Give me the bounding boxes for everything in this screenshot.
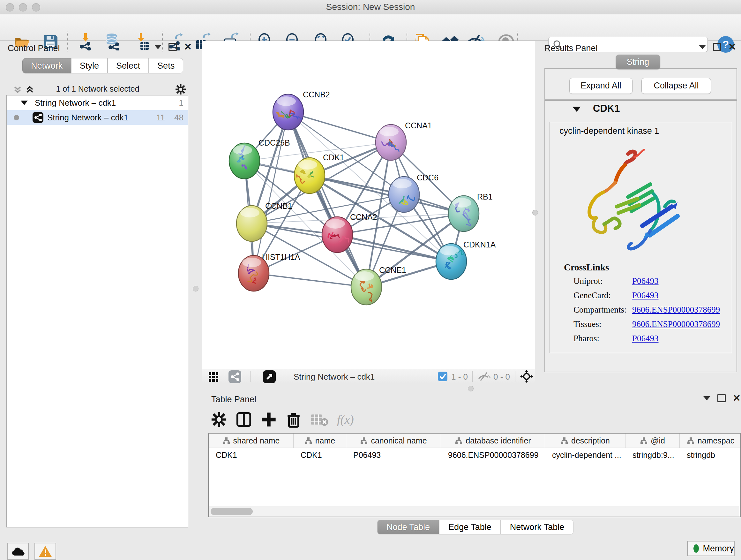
bottom-splitter-handle[interactable]	[468, 386, 474, 391]
column-label: database identifier	[466, 436, 531, 445]
node-CDC25B[interactable]	[229, 143, 260, 179]
tab-sets[interactable]: Sets	[149, 58, 183, 73]
edge-HIST1H1A-CCNE1[interactable]	[254, 273, 366, 287]
edge-CCNB2-CCNA1[interactable]	[288, 112, 391, 142]
network-overview-icon[interactable]	[228, 370, 241, 383]
collapse-all-button[interactable]: Collapse All	[642, 78, 711, 94]
edge-CCNB2-HIST1H1A[interactable]	[254, 112, 288, 273]
table-header-row: shared namenamecanonical namedatabase id…	[209, 434, 741, 448]
function-builder-icon: f(x)	[337, 413, 354, 427]
control-panel-tabs: NetworkStyleSelectSets	[22, 58, 183, 73]
column-header-canonical-name[interactable]: canonical name	[346, 434, 441, 448]
gene-description: cyclin-dependent kinase 1	[559, 126, 659, 136]
crosslink-link[interactable]: 9606.ENSP00000378699	[632, 305, 720, 315]
column-header-@id[interactable]: @id	[625, 434, 680, 448]
window-title: Session: New Session	[0, 0, 741, 14]
tab-node-table[interactable]: Node Table	[377, 520, 439, 535]
tab-select[interactable]: Select	[108, 58, 149, 73]
node-label-CDC6: CDC6	[417, 173, 439, 182]
warning-icon	[38, 545, 52, 557]
node-table[interactable]: shared namenamecanonical namedatabase id…	[208, 433, 741, 517]
collapse-entry-icon[interactable]	[572, 107, 581, 112]
column-type-icon	[455, 437, 462, 444]
float-panel-icon[interactable]	[169, 43, 177, 51]
table-cell[interactable]: 9606.ENSP00000378699	[441, 448, 545, 462]
node-CCNB1[interactable]	[237, 206, 267, 241]
right-splitter-handle[interactable]	[532, 210, 538, 215]
panel-menu-icon[interactable]	[154, 45, 161, 49]
table-cell[interactable]: CDK1	[209, 448, 293, 462]
table-options-gear-icon[interactable]	[211, 411, 227, 428]
table-cell[interactable]: cyclin-dependent ...	[545, 448, 625, 462]
table-row[interactable]: CDK1CDK1P064939606.ENSP00000378699cyclin…	[209, 448, 741, 462]
close-panel-icon[interactable]: ✕	[733, 394, 741, 402]
table-cell[interactable]: P06493	[346, 448, 441, 462]
memory-button[interactable]: Memory	[687, 541, 735, 556]
column-header-namespac[interactable]: namespac	[680, 434, 741, 448]
table-cell[interactable]: CDK1	[293, 448, 346, 462]
column-header-database-identifier[interactable]: database identifier	[441, 434, 545, 448]
warning-status-button[interactable]	[35, 543, 56, 560]
column-label: namespac	[697, 436, 734, 445]
network-canvas[interactable]: CCNB2CCNA1CDC25BCDK1CDC6RB1CCNB1CCNA2CDK…	[202, 41, 535, 369]
network-options-gear-icon[interactable]	[175, 84, 186, 95]
cloud-icon	[11, 547, 24, 556]
node-CCNA2[interactable]	[322, 217, 353, 253]
crosslink-label: GeneCard:	[574, 291, 611, 300]
delete-table-icon	[310, 411, 329, 428]
table-toolbar: f(x)	[211, 410, 354, 429]
column-label: canonical name	[371, 436, 427, 445]
goto-network-icon[interactable]	[263, 370, 276, 383]
tab-string[interactable]: String	[616, 55, 660, 69]
float-panel-icon[interactable]	[718, 394, 726, 402]
left-splitter-handle[interactable]	[193, 286, 199, 292]
node-CCNB2[interactable]	[273, 94, 304, 130]
table-cell[interactable]: stringdb	[680, 448, 741, 462]
delete-column-icon[interactable]	[285, 411, 302, 428]
panel-menu-icon[interactable]	[703, 396, 711, 400]
node-CDKN1A[interactable]	[436, 244, 467, 279]
expand-all-button[interactable]: Expand All	[569, 78, 632, 94]
close-panel-icon[interactable]: ✕	[728, 43, 736, 51]
crosslink-link[interactable]: P06493	[632, 291, 659, 300]
float-panel-icon[interactable]	[713, 43, 721, 51]
panel-menu-icon[interactable]	[699, 45, 706, 49]
column-header-description[interactable]: description	[545, 434, 625, 448]
node-CDC6[interactable]	[389, 177, 419, 212]
network-selection-status: 1 of 1 Network selected	[40, 84, 155, 94]
tab-network[interactable]: Network	[22, 58, 71, 73]
horizontal-scrollbar[interactable]	[209, 506, 739, 516]
collection-expand-icon[interactable]	[21, 101, 28, 105]
tab-edge-table[interactable]: Edge Table	[439, 520, 501, 535]
node-RB1[interactable]	[448, 196, 479, 232]
crosslink-link[interactable]: P06493	[632, 276, 659, 286]
selected-checkbox-icon[interactable]	[438, 372, 448, 381]
table-cell[interactable]: stringdb:9...	[625, 448, 680, 462]
grid-view-icon[interactable]	[208, 372, 221, 382]
pan-tool-icon[interactable]	[520, 370, 533, 383]
show-columns-icon[interactable]	[235, 411, 252, 428]
crosslink-link[interactable]: P06493	[632, 334, 659, 344]
collapse-all-chevron-icon[interactable]	[13, 85, 22, 95]
column-label: description	[571, 436, 610, 445]
column-header-shared-name[interactable]: shared name	[209, 434, 293, 448]
scrollbar-thumb[interactable]	[211, 508, 253, 515]
tab-network-table[interactable]: Network Table	[501, 520, 574, 535]
node-CCNA1[interactable]	[376, 125, 406, 160]
close-panel-icon[interactable]: ✕	[184, 43, 192, 51]
collection-label: String Network – cdk1	[35, 98, 116, 108]
table-panel-controls: ✕	[703, 393, 741, 403]
crosslink-link[interactable]: 9606.ENSP00000378699	[632, 319, 720, 329]
column-header-name[interactable]: name	[293, 434, 346, 448]
edge-CCNA2-CDKN1A[interactable]	[337, 235, 451, 261]
network-row[interactable]: String Network – cdk1 11 48	[7, 110, 188, 125]
crosslink-row: GeneCard:P06493	[550, 291, 732, 305]
column-label: name	[315, 436, 335, 445]
network-collection-row[interactable]: String Network – cdk1 1	[7, 96, 188, 110]
add-column-icon[interactable]	[260, 411, 277, 428]
node-CDK1[interactable]	[294, 158, 325, 193]
tab-style[interactable]: Style	[71, 58, 108, 73]
node-CCNE1[interactable]	[351, 269, 382, 305]
expand-all-chevron-icon[interactable]	[25, 85, 35, 95]
cloud-status-button[interactable]	[7, 543, 29, 560]
